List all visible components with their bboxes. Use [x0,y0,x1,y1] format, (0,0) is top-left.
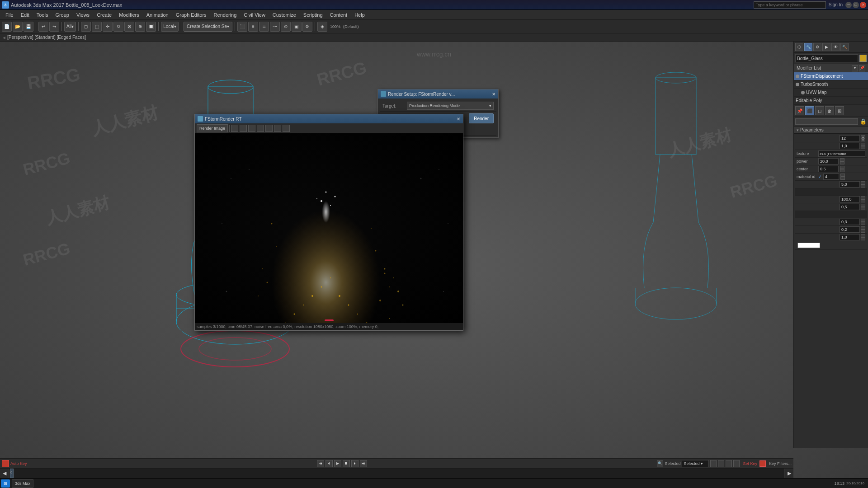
mod-icon-create[interactable]: ⬡ [795,43,803,51]
rs-close-btn[interactable]: ✕ [492,92,495,97]
object-color-swatch[interactable] [859,55,867,62]
spinner-center[interactable] [840,166,844,172]
pivot-btn[interactable]: ⊕ [135,22,145,32]
render-btn[interactable]: ▣ [292,22,302,32]
mod-item-edpoly[interactable]: Editable Poly [794,97,868,105]
spinner-50[interactable] [861,181,865,188]
close-button[interactable]: ✕ [860,2,866,8]
param-matid-value[interactable]: 4 [823,174,839,180]
sign-in-btn[interactable]: Sign In [829,2,843,7]
render-window-titlebar[interactable]: FStormRender RT ✕ [195,114,463,123]
material-editor-btn[interactable]: ⊙ [281,22,291,32]
mod-icon-util[interactable]: 🔨 [840,43,849,51]
mod-pin-btn[interactable]: 📌 [859,65,865,71]
timeline-track[interactable]: 0 [9,469,784,478]
go-end-btn[interactable]: ⏭ [360,460,367,467]
move-btn[interactable]: ✛ [103,22,113,32]
taskbar-item-3dsmax[interactable]: 3ds Max [12,479,33,488]
menu-rendering[interactable]: Rendering [210,11,241,19]
new-btn[interactable]: 📄 [2,22,12,32]
menu-animation[interactable]: Animation [143,11,172,19]
param-center-value[interactable]: 0,5 [818,166,839,172]
prev-frame-btn[interactable]: ⏴ [326,460,333,467]
mod-pin-icon[interactable]: 📌 [795,106,804,115]
rw-btn3[interactable] [248,125,255,132]
ref-coord-dropdown[interactable]: Local ▾ [161,22,179,32]
active-shade-btn[interactable]: ◈ [317,22,327,32]
key-next-btn[interactable] [726,460,732,467]
menu-help[interactable]: Help [351,11,368,19]
frame-search-btn[interactable]: 🔍 [657,460,663,467]
mod-show2-icon[interactable]: ◻ [815,106,824,115]
search-input[interactable] [754,1,826,9]
save-btn[interactable]: 💾 [24,22,33,32]
spinner-02[interactable] [861,226,865,233]
key-prev-btn[interactable] [710,460,717,467]
mod-item-fstorm[interactable]: FStormDisplacement [794,72,868,80]
spinner-100[interactable] [861,196,865,202]
rw-btn7[interactable] [283,125,290,132]
frame-marker[interactable]: 0 [10,469,14,478]
mod-add-icon[interactable]: ⊞ [835,106,844,115]
mod-list-dropdown[interactable]: ▾ [852,65,858,71]
timeline-next-btn[interactable]: ▶ [784,469,793,478]
key-end-btn[interactable] [733,460,740,467]
spinner-matid[interactable] [840,174,845,180]
spinner-05[interactable] [861,204,865,210]
stop-btn[interactable]: ⏹ [343,460,350,467]
redo-btn[interactable]: ↪ [49,22,59,32]
spinner-12[interactable]: ▲ ▼ [861,135,865,141]
menu-graph-editors[interactable]: Graph Editors [172,11,210,19]
rw-close-btn[interactable]: ✕ [457,117,460,122]
mod-icon-modify[interactable]: 🔧 [804,43,812,51]
render-button[interactable]: Render [469,113,494,123]
create-selection-btn[interactable]: Create Selection Se ▾ [184,22,232,32]
next-frame-btn[interactable]: ⏵ [351,460,359,467]
params-section-header[interactable]: ▾ Parameters [794,127,868,134]
rw-btn5[interactable] [265,125,273,132]
param-color-swatch[interactable] [797,243,820,248]
snap-btn[interactable]: 🔲 [146,22,156,32]
mod-icon-motion[interactable]: ▶ [822,43,830,51]
undo-btn[interactable]: ↩ [38,22,48,32]
render-setup-title-bar[interactable]: Render Setup: FStormRender v... ✕ [378,89,498,99]
menu-views[interactable]: Views [73,11,93,19]
spinner-10b[interactable] [861,234,865,240]
menu-scripting[interactable]: Scripting [300,11,326,19]
render-setup-btn[interactable]: ⚙ [302,22,312,32]
rw-btn1[interactable] [231,125,238,132]
menu-tools[interactable]: Tools [33,11,52,19]
play-btn[interactable]: ▶ [334,460,341,467]
selected-dropdown[interactable]: Selected ▾ [682,460,709,467]
param-power-value[interactable]: 20,0 [818,158,839,164]
menu-create[interactable]: Create [93,11,115,19]
mod-item-uvw[interactable]: UVW Map [794,89,868,97]
set-key-btn[interactable]: Set Key [743,461,757,466]
mod-icon-display[interactable]: 👁 [831,43,840,51]
maximize-button[interactable]: □ [853,2,859,8]
key-filters-btn[interactable]: Key Filters... [769,461,792,466]
param-texture-value[interactable]: #14 (FStormBlur [818,150,865,157]
open-btn[interactable]: 📂 [13,22,23,32]
mirror-btn[interactable]: ⬛ [237,22,247,32]
mod-icon-hierarchy[interactable]: ⚙ [813,43,821,51]
select-filter-dropdown[interactable]: All ▾ [64,22,76,32]
rw-btn4[interactable] [257,125,264,132]
rw-btn6[interactable] [274,125,281,132]
mod-lock-icon[interactable]: 🔒 [860,118,867,125]
spinner-10[interactable] [861,143,865,149]
menu-civil-view[interactable]: Civil View [240,11,269,19]
menu-file[interactable]: File [2,11,17,19]
curve-editor-btn[interactable]: 〜 [270,22,280,32]
auto-key-btn[interactable] [2,460,9,467]
select-btn[interactable]: ◻ [81,22,91,32]
select-region-btn[interactable]: ⬚ [92,22,102,32]
minimize-button[interactable]: ─ [845,2,852,8]
key-play-btn[interactable] [718,460,724,467]
menu-edit[interactable]: Edit [17,11,33,19]
spinner-power[interactable] [840,158,844,164]
rs-target-dropdown[interactable]: Production Rendering Mode ▾ [407,102,494,110]
menu-content[interactable]: Content [326,11,351,19]
rotate-btn[interactable]: ↻ [113,22,123,32]
rw-btn2[interactable] [240,125,247,132]
